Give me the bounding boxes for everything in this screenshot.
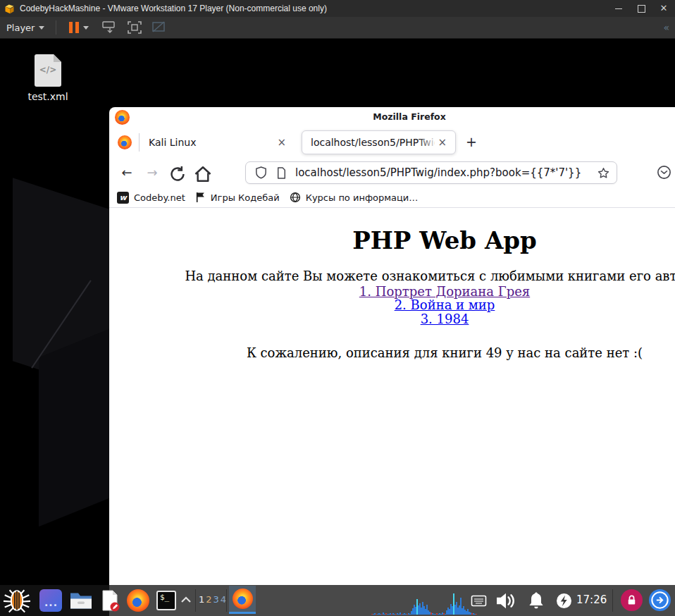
text-editor-button[interactable] (99, 589, 121, 612)
workspace-1[interactable]: 1 (199, 594, 206, 605)
xfce-panel: ··· $_ 1234 (0, 585, 675, 616)
toolbar-divider (56, 20, 56, 35)
pinned-tab-firefox[interactable] (115, 135, 135, 149)
pause-icon (75, 22, 79, 33)
send-ctrl-alt-del-icon[interactable] (101, 20, 119, 35)
keyboard-tray-icon[interactable] (471, 595, 487, 607)
workspace-2[interactable]: 2 (206, 594, 213, 605)
tracking-shield-icon[interactable] (255, 166, 267, 179)
logout-button[interactable] (649, 589, 671, 611)
minimize-button[interactable] (613, 3, 624, 14)
tab-close-icon[interactable]: × (274, 136, 289, 149)
vmware-titlebar: CodebyHackMashine - VMware Workstation 1… (0, 0, 675, 17)
suspend-vm-button[interactable] (69, 22, 79, 33)
unity-mode-disabled-icon (150, 20, 167, 35)
tab-title-fade (417, 134, 438, 151)
fullscreen-icon[interactable] (126, 20, 143, 35)
bookmark-label: Codeby.net (134, 192, 185, 203)
taskbar-firefox-window-button[interactable] (229, 586, 256, 614)
desktop-file-test-xml[interactable]: </> test.xml (27, 54, 69, 102)
tab-title: Kali Linux (149, 137, 274, 148)
navigation-bar: ← → localhost/lesson5/PHPTwig/ind (109, 158, 675, 187)
bookmark-codeby[interactable]: w Codeby.net (117, 192, 185, 204)
collapse-toolbar-button[interactable]: « (663, 22, 668, 33)
vmware-window-title: CodebyHackMashine - VMware Workstation 1… (20, 4, 327, 13)
bookmark-label: Игры Кодебай (211, 192, 280, 203)
maximize-button[interactable] (636, 3, 647, 14)
code-glyph: </> (35, 65, 61, 75)
player-menu-button[interactable]: Player (0, 23, 49, 33)
pocket-save-icon[interactable] (657, 165, 671, 180)
book-links-list: 1. Портрет Дориана Грея 2. Война и мир 3… (109, 285, 675, 326)
firefox-favicon-icon (118, 135, 132, 149)
bookmark-courses[interactable]: Курсы по информаци… (290, 192, 419, 203)
new-tab-button[interactable]: + (463, 134, 480, 151)
book-link-3[interactable]: 3. 1984 (109, 312, 675, 326)
network-graph (371, 592, 477, 615)
page-title: PHP Web App (109, 226, 675, 254)
bookmark-star-icon[interactable] (597, 167, 609, 179)
panel-expand-chevron-icon[interactable] (180, 596, 192, 604)
firefox-icon (233, 589, 253, 609)
tab-title: localhost/lesson5/PHPTwig/i (311, 137, 435, 148)
page-info-icon[interactable] (276, 167, 287, 179)
dots-icon: ··· (44, 600, 58, 611)
xml-file-icon: </> (35, 54, 61, 87)
bookmarks-bar: w Codeby.net Игры Кодебай Курсы по инф (109, 187, 675, 208)
file-manager-button[interactable] (69, 591, 93, 611)
panel-separator (195, 589, 196, 612)
panel-separator (612, 589, 613, 612)
globe-icon (290, 192, 301, 203)
url-input[interactable]: localhost/lesson5/PHPTwig/index.php?book… (295, 166, 597, 179)
not-found-message: К сожалению, описания для книги 49 у нас… (109, 345, 675, 360)
kali-menu-button[interactable] (2, 587, 32, 614)
wallpaper-shape (39, 326, 116, 526)
close-button[interactable]: ✕ (658, 3, 669, 14)
terminal-launcher-button[interactable]: $_ (156, 591, 176, 610)
bookmark-games[interactable]: Игры Кодебай (195, 192, 280, 203)
web-page-content: PHP Web App На данном сайте Вы можете оз… (109, 208, 675, 585)
desktop-file-label: test.xml (27, 91, 69, 102)
clock[interactable]: 17:26 (576, 593, 607, 606)
panel-separator (226, 589, 227, 612)
chevron-down-icon (39, 26, 44, 30)
home-icon[interactable] (194, 165, 212, 183)
arrow-right-circle-icon (649, 589, 671, 611)
tab-kali-linux[interactable]: Kali Linux × (140, 130, 296, 154)
page-intro-text: На данном сайте Вы можете ознакомиться с… (109, 269, 675, 283)
book-link-1[interactable]: 1. Портрет Дориана Грея (109, 285, 675, 298)
player-menu-label: Player (6, 23, 35, 33)
vmware-window: CodebyHackMashine - VMware Workstation 1… (0, 0, 675, 616)
vmware-logo-icon (4, 4, 15, 14)
power-manager-icon[interactable] (556, 593, 572, 609)
firefox-titlebar: Mozilla Firefox (109, 107, 675, 127)
notification-bell-icon[interactable] (526, 591, 546, 610)
book-link-2[interactable]: 2. Война и мир (109, 298, 675, 312)
lock-screen-button[interactable] (621, 589, 643, 611)
suspend-dropdown-chevron-icon[interactable] (83, 26, 89, 30)
codeby-w-icon: w (117, 192, 129, 204)
url-bar[interactable]: localhost/lesson5/PHPTwig/index.php?book… (245, 161, 617, 184)
vmware-toolbar: Player (0, 17, 675, 39)
workspace-3[interactable]: 3 (213, 594, 221, 605)
firefox-launcher-button[interactable] (127, 589, 149, 612)
bookmark-label: Курсы по информаци… (306, 192, 419, 203)
show-desktop-button[interactable]: ··· (39, 589, 62, 612)
pause-icon (69, 22, 73, 33)
kali-desktop: </> test.xml Mozilla Firefox Kali Linux … (0, 39, 675, 616)
flag-icon (195, 192, 206, 203)
padlock-icon (625, 593, 638, 607)
tab-bar: Kali Linux × localhost/lesson5/PHPTwig/i… (109, 127, 675, 158)
tab-localhost-active[interactable]: localhost/lesson5/PHPTwig/i × (302, 130, 456, 154)
firefox-window: Mozilla Firefox Kali Linux × localhost/l… (109, 107, 675, 585)
back-button[interactable]: ← (118, 164, 136, 182)
workspace-switcher[interactable]: 1234 (199, 594, 228, 605)
firefox-window-title: Mozilla Firefox (109, 111, 675, 122)
volume-icon[interactable] (495, 591, 517, 610)
forward-button: → (143, 164, 161, 182)
reload-icon[interactable] (168, 165, 187, 183)
